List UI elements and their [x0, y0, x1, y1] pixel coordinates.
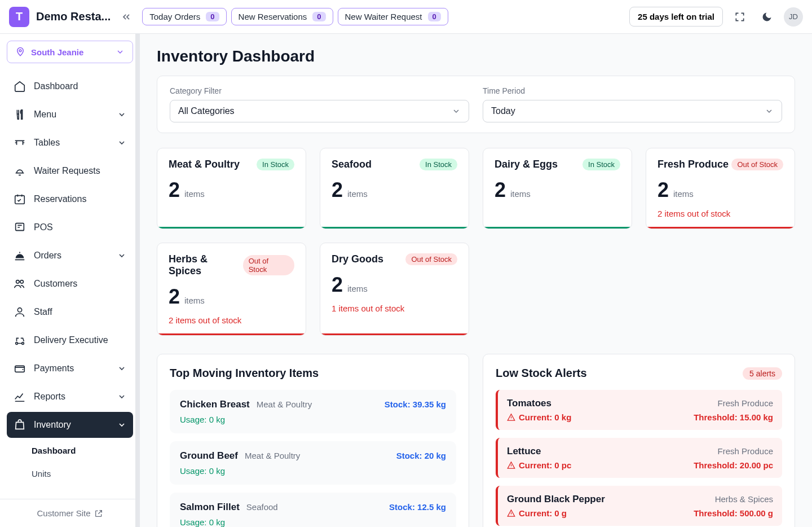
- chevron-down-icon: [117, 138, 126, 147]
- category-name: Seafood: [332, 159, 372, 170]
- pill-badge: 0: [206, 12, 219, 21]
- category-warning: 2 items out of stock: [657, 209, 783, 218]
- branch-name: South Jeanie: [31, 47, 83, 57]
- alert-item-name: Lettuce: [507, 446, 541, 457]
- svg-rect-8: [15, 366, 25, 372]
- top-moving-item[interactable]: Salmon FilletSeafoodStock: 12.5 kgUsage:…: [170, 493, 456, 527]
- status-badge: In Stock: [257, 159, 294, 170]
- nav-customers[interactable]: Customers: [7, 271, 133, 297]
- nav-sub-dashboard[interactable]: Dashboard: [7, 440, 133, 461]
- footer-label: Customer Site: [37, 508, 90, 518]
- chevron-down-icon: [117, 420, 126, 429]
- nav-tables[interactable]: Tables: [7, 130, 133, 156]
- sidebar: South Jeanie Dashboard Menu Tables: [0, 34, 140, 527]
- customer-site-link[interactable]: Customer Site: [0, 499, 140, 527]
- pill-label: New Waiter Request: [345, 12, 422, 21]
- category-grid: Meat & PoultryIn Stock2itemsSeafoodIn St…: [157, 148, 795, 336]
- brand-name: Demo Resta...: [36, 10, 111, 23]
- pill-new-reservations[interactable]: New Reservations 0: [231, 8, 333, 25]
- chevron-down-icon: [452, 107, 461, 116]
- status-badge: In Stock: [420, 159, 457, 170]
- app-header: T Demo Resta... Today Orders 0 New Reser…: [0, 0, 812, 34]
- category-card[interactable]: Dairy & EggsIn Stock2items: [483, 148, 632, 229]
- category-name: Herbs & Spices: [169, 253, 243, 277]
- category-items-label: items: [184, 189, 205, 199]
- cloche-icon: [14, 249, 26, 262]
- pill-new-waiter-request[interactable]: New Waiter Request 0: [338, 8, 448, 25]
- category-items-label: items: [347, 189, 368, 199]
- item-stock: Stock: 39.35 kg: [385, 399, 446, 409]
- warning-icon: [507, 461, 515, 469]
- svg-point-0: [19, 50, 21, 52]
- nav-inventory[interactable]: Inventory: [7, 412, 133, 438]
- category-card[interactable]: Fresh ProduceOut of Stock2items2 items o…: [646, 148, 795, 229]
- svg-point-4: [20, 280, 23, 284]
- user-icon: [14, 306, 26, 318]
- category-card[interactable]: Meat & PoultryIn Stock2items: [157, 148, 306, 229]
- nav-waiter-requests[interactable]: Waiter Requests: [7, 158, 133, 184]
- low-stock-item[interactable]: LettuceFresh ProduceCurrent: 0 pcThresho…: [496, 438, 782, 478]
- fullscreen-button[interactable]: [730, 7, 750, 27]
- alert-threshold: Threshold: 15.00 kg: [694, 412, 773, 422]
- nav-orders[interactable]: Orders: [7, 243, 133, 269]
- category-card[interactable]: SeafoodIn Stock2items: [320, 148, 469, 229]
- nav-payments[interactable]: Payments: [7, 355, 133, 381]
- category-name: Dairy & Eggs: [495, 159, 558, 170]
- user-avatar[interactable]: JD: [784, 7, 803, 27]
- nav-dashboard[interactable]: Dashboard: [7, 73, 133, 99]
- page-title: Inventory Dashboard: [157, 47, 795, 65]
- nav-reports[interactable]: Reports: [7, 384, 133, 410]
- nav-staff[interactable]: Staff: [7, 299, 133, 325]
- top-moving-item[interactable]: Chicken BreastMeat & PoultryStock: 39.35…: [170, 390, 456, 433]
- svg-point-3: [16, 280, 19, 284]
- nav-menu[interactable]: Menu: [7, 102, 133, 128]
- theme-toggle-button[interactable]: [757, 7, 777, 27]
- map-pin-icon: [15, 47, 25, 57]
- category-status-bar: [157, 227, 306, 229]
- nav-pos[interactable]: POS: [7, 214, 133, 240]
- nav-reservations[interactable]: Reservations: [7, 186, 133, 212]
- pill-label: New Reservations: [239, 12, 307, 21]
- category-card[interactable]: Herbs & SpicesOut of Stock2items2 items …: [157, 243, 306, 336]
- pill-today-orders[interactable]: Today Orders 0: [142, 8, 226, 25]
- item-name: Chicken Breast: [180, 399, 250, 410]
- nav-sub-units[interactable]: Units: [7, 463, 133, 484]
- category-status-bar: [157, 333, 306, 335]
- panel-title: Top Moving Inventory Items: [170, 367, 319, 380]
- category-card[interactable]: Dry GoodsOut of Stock2items1 items out o…: [320, 243, 469, 336]
- category-filter-select[interactable]: All Categories: [170, 100, 469, 122]
- chevron-double-left-icon: [121, 11, 132, 23]
- item-name: Ground Beef: [180, 450, 238, 462]
- status-badge: Out of Stock: [731, 159, 783, 170]
- pill-label: Today Orders: [149, 12, 200, 21]
- period-filter-select[interactable]: Today: [483, 100, 782, 122]
- nav-label: Reservations: [34, 194, 86, 204]
- top-moving-list: Chicken BreastMeat & PoultryStock: 39.35…: [170, 390, 456, 527]
- wallet-icon: [14, 362, 26, 375]
- trial-button[interactable]: 25 days left on trial: [629, 7, 723, 27]
- category-count: 2: [495, 178, 506, 202]
- alert-threshold: Threshold: 20.00 pc: [694, 460, 773, 470]
- category-status-bar: [483, 227, 632, 229]
- chevron-down-icon: [117, 392, 126, 401]
- warning-icon: [507, 413, 515, 421]
- filter-card: Category Filter All Categories Time Peri…: [157, 76, 795, 133]
- nav-label: Inventory: [34, 420, 71, 430]
- category-name: Meat & Poultry: [169, 159, 240, 170]
- chevron-down-icon: [117, 251, 126, 260]
- item-name: Salmon Fillet: [180, 502, 240, 513]
- alert-item-category: Herbs & Spices: [715, 494, 773, 504]
- calendar-check-icon: [14, 193, 26, 205]
- top-moving-item[interactable]: Ground BeefMeat & PoultryStock: 20 kgUsa…: [170, 441, 456, 485]
- branch-selector[interactable]: South Jeanie: [7, 41, 133, 63]
- category-status-bar: [320, 227, 469, 229]
- category-warning: 2 items out of stock: [169, 315, 294, 325]
- low-stock-item[interactable]: Ground Black PepperHerbs & SpicesCurrent…: [496, 486, 782, 526]
- pill-badge: 0: [312, 12, 325, 21]
- category-name: Fresh Produce: [657, 159, 729, 170]
- sidebar-collapse-button[interactable]: [117, 8, 135, 26]
- moon-icon: [761, 11, 773, 23]
- nav-delivery[interactable]: Delivery Executive: [7, 327, 133, 353]
- low-stock-item[interactable]: TomatoesFresh ProduceCurrent: 0 kgThresh…: [496, 390, 782, 430]
- low-stock-list: TomatoesFresh ProduceCurrent: 0 kgThresh…: [496, 390, 782, 526]
